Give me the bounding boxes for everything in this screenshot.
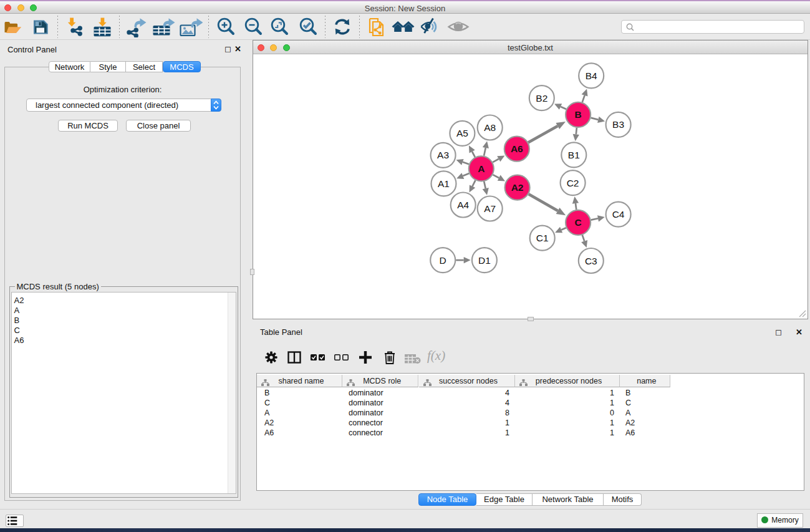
- svg-text:A7: A7: [484, 203, 496, 214]
- svg-text:A5: A5: [456, 128, 468, 138]
- svg-text:A6: A6: [511, 143, 523, 154]
- svg-text:A2: A2: [511, 182, 524, 193]
- svg-text:B3: B3: [612, 119, 624, 130]
- svg-text:C1: C1: [536, 233, 549, 243]
- svg-text:A: A: [478, 163, 485, 174]
- svg-text:B2: B2: [536, 93, 547, 104]
- svg-text:D: D: [440, 255, 446, 266]
- svg-text:A8: A8: [484, 122, 496, 133]
- svg-text:C4: C4: [612, 209, 625, 220]
- svg-text:B1: B1: [568, 150, 580, 160]
- svg-text:A3: A3: [437, 150, 449, 160]
- svg-text:C2: C2: [567, 178, 579, 188]
- svg-text:B4: B4: [586, 70, 597, 81]
- svg-text:B: B: [574, 109, 581, 120]
- svg-text:C3: C3: [585, 256, 597, 266]
- svg-text:A1: A1: [438, 178, 450, 189]
- svg-text:A4: A4: [457, 200, 469, 210]
- svg-text:C: C: [574, 217, 581, 228]
- svg-text:D1: D1: [478, 255, 491, 266]
